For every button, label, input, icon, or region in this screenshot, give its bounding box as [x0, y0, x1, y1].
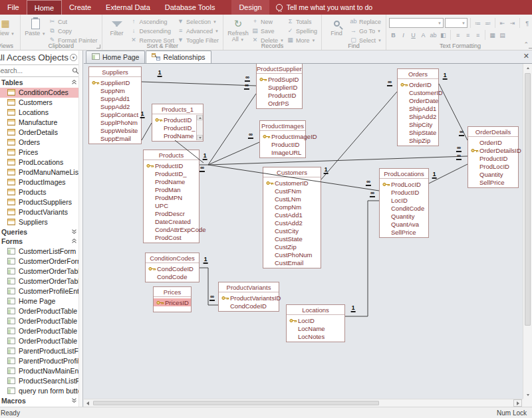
nav-item-parentproductprofileform[interactable]: ParentProductProfileForm: [0, 356, 81, 366]
advanced-button[interactable]: ≡Advanced▼: [176, 27, 220, 35]
diagram-table-conditioncodes[interactable]: ConditionCodesCondCodeIDCondCode: [145, 253, 200, 282]
font-color-icon[interactable]: A: [419, 31, 428, 39]
spelling-button[interactable]: ✓Spelling: [285, 27, 319, 35]
scroll-left-icon[interactable]: [84, 399, 92, 407]
nav-group-header-queries[interactable]: Queries: [0, 227, 81, 237]
nav-item-prodmanunamelist[interactable]: ProdManuNameList: [0, 167, 81, 177]
field-row-custfnm[interactable]: CustFNm: [263, 187, 321, 195]
field-row-locid[interactable]: LocID: [287, 316, 344, 324]
dialog-launcher-icon[interactable]: [529, 45, 532, 49]
field-row-prodname[interactable]: ProdName: [144, 177, 199, 185]
totals-button[interactable]: ΣTotals: [285, 17, 319, 26]
nav-item-prodlocations[interactable]: ProdLocations: [0, 157, 81, 167]
search-input[interactable]: [0, 67, 72, 74]
field-row-sellprice[interactable]: SellPrice: [380, 228, 428, 236]
field-row-upc[interactable]: UPC: [144, 201, 199, 209]
ascending-button[interactable]: ↑Ascending: [129, 17, 176, 26]
field-row-suppnm[interactable]: SuppNm: [89, 86, 141, 94]
diagram-table-prodlocations[interactable]: ProdLocationsProdLocIDProductIDLocIDCond…: [379, 168, 429, 238]
tell-me-box[interactable]: Tell me what you want to do: [269, 0, 380, 15]
background-fill-icon[interactable]: ◧: [439, 31, 448, 39]
alternate-row-color-icon[interactable]: ▤: [498, 31, 507, 39]
field-row-suppemail[interactable]: SuppEmail: [89, 134, 141, 142]
paragraph-marks-icon[interactable]: ¶: [523, 19, 531, 27]
nav-item-customerordertable-subform[interactable]: CustomerOrderTable subform: [0, 266, 81, 276]
nav-item-productvariants[interactable]: ProductVariants: [0, 207, 81, 217]
copy-button[interactable]: ⧉Copy: [47, 27, 99, 35]
field-row-productid[interactable]: ProductID: [152, 116, 196, 124]
diagram-table-prices[interactable]: PricesPricesID: [153, 286, 192, 312]
diagram-table-productimages[interactable]: ProductImagesProductImageIDProductIDImag…: [259, 120, 306, 158]
nav-item-orders[interactable]: Orders: [0, 138, 81, 148]
relationships-canvas[interactable]: SuppliersSupplierIDSuppNmSuppAdd1SuppAdd…: [84, 64, 523, 399]
diagram-table-orderdetails[interactable]: OrderDetailsOrderIDOrderDetailsIDProduct…: [467, 126, 519, 188]
scroll-up-icon[interactable]: [523, 64, 532, 72]
field-row-shipcity[interactable]: ShipCity: [398, 120, 438, 128]
vertical-scrollbar[interactable]: [523, 64, 532, 399]
field-row-conditcode[interactable]: ConditCode: [380, 204, 428, 212]
scroll-down-icon[interactable]: [523, 391, 532, 399]
field-row-shipstate[interactable]: ShipState: [398, 128, 438, 136]
field-row-condcodeid[interactable]: CondCodeID: [219, 302, 279, 310]
nav-group-header-macros[interactable]: Macros: [0, 396, 81, 406]
field-row-proddescr[interactable]: ProdDescr: [144, 209, 199, 217]
diagram-table-suppliers[interactable]: SuppliersSupplierIDSuppNmSuppAdd1SuppAdd…: [88, 66, 142, 144]
relationship-line[interactable]: [200, 94, 256, 165]
cut-button[interactable]: ✂Cut: [47, 17, 99, 26]
new-button[interactable]: +New: [250, 17, 285, 26]
indent-decrease-icon[interactable]: ⇤: [498, 19, 507, 27]
field-row-productid[interactable]: ProductID_: [152, 124, 196, 132]
field-row-suppadd1[interactable]: SuppAdd1: [89, 94, 141, 102]
nav-item-home-page[interactable]: Home Page: [0, 296, 81, 306]
font-name-combo[interactable]: ▼: [389, 18, 444, 28]
ribbon-tab-database-tools[interactable]: Database Tools: [158, 0, 223, 15]
nav-item-customerorderform[interactable]: CustomerOrderForm: [0, 257, 81, 266]
ribbon-tab-file[interactable]: File: [0, 0, 27, 15]
bold-icon[interactable]: B: [389, 31, 398, 39]
relationship-line[interactable]: [208, 142, 259, 165]
relationship-line[interactable]: [208, 156, 467, 165]
field-row-customerid[interactable]: CustomerID: [398, 88, 438, 96]
diagram-table-products[interactable]: ProductsProductIDProductID_ProdNameProdM…: [143, 150, 200, 243]
nav-item-customers[interactable]: Customers: [0, 98, 81, 108]
field-row-condattrexpcode[interactable]: CondAttrExpCode: [144, 225, 199, 233]
indent-increase-icon[interactable]: ⇥: [508, 19, 517, 27]
nav-item-orderdetails[interactable]: OrderDetails: [0, 128, 81, 138]
save-button[interactable]: ▤Save: [250, 27, 285, 35]
close-document-icon[interactable]: ✕: [523, 52, 529, 60]
nav-item-productsuppliers[interactable]: ProductSuppliers: [0, 197, 81, 207]
field-row-supplcontact[interactable]: SupplContact: [89, 110, 141, 118]
nav-item-productsearchlistform[interactable]: ProductSearchListForm: [0, 376, 81, 386]
field-row-quantity[interactable]: Quantity: [468, 170, 518, 178]
nav-search-box[interactable]: [0, 64, 81, 77]
field-row-orderdate[interactable]: OrderDate: [398, 96, 438, 104]
italic-icon[interactable]: I: [399, 31, 408, 39]
field-row-custzip[interactable]: CustZip: [263, 243, 321, 251]
ribbon-tab-design[interactable]: Design: [231, 0, 269, 15]
field-row-condcode[interactable]: CondCode: [146, 272, 199, 280]
field-row-productid[interactable]: ProductID_: [144, 169, 199, 177]
field-row-condcodeid[interactable]: CondCodeID: [146, 264, 199, 272]
selection-button[interactable]: ▼Selection▼: [176, 17, 220, 26]
field-row-supplierid[interactable]: SupplierID: [257, 83, 302, 91]
find-button[interactable]: Find: [325, 16, 348, 37]
paste-button[interactable]: Paste ▼: [23, 16, 47, 37]
numbering-icon[interactable]: ≕: [483, 19, 492, 27]
field-row-custcity[interactable]: CustCity: [263, 227, 321, 235]
nav-item-orderproducttable-subform[interactable]: OrderProductTable subform: [0, 306, 81, 316]
document-tab-home-page[interactable]: Home Page: [86, 51, 145, 63]
field-row-custlnm[interactable]: CustLNm: [263, 195, 321, 203]
nav-item-productnavmainentryform[interactable]: ProductNavMainEntryForm: [0, 366, 81, 376]
font-size-combo[interactable]: ▼: [445, 18, 467, 28]
field-row-prodman[interactable]: ProdMan: [144, 185, 199, 193]
vertical-scroll-thumb[interactable]: [525, 73, 531, 326]
nav-group-header-forms[interactable]: Forms: [0, 237, 81, 247]
table-mini-scrollbar[interactable]: [196, 115, 203, 140]
nav-group-header-tables[interactable]: Tables: [0, 78, 81, 88]
nav-item-products[interactable]: Products: [0, 187, 81, 197]
nav-item-orderproducttable-subform2[interactable]: OrderProductTable subform2: [0, 326, 81, 336]
field-row-prodsupid[interactable]: ProdSupID: [257, 75, 302, 83]
nav-item-orderproducttable-subform1[interactable]: OrderProductTable subform1: [0, 316, 81, 326]
field-row-prodlocid[interactable]: ProdLocID: [468, 162, 518, 170]
field-row-productid[interactable]: ProductID: [257, 91, 302, 99]
